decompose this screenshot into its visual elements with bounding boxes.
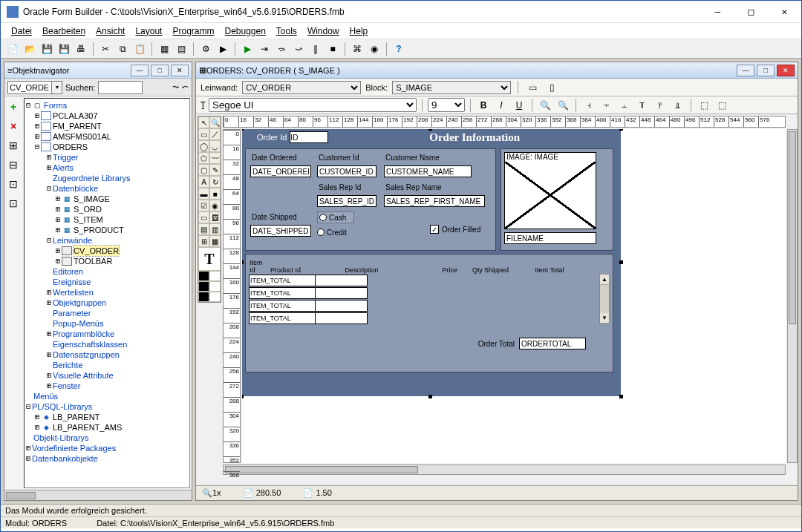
expandall-icon[interactable]: ⊡ bbox=[9, 178, 18, 190]
tree-b2[interactable]: S_ORD bbox=[74, 204, 102, 214]
editor-maximize-button[interactable]: □ bbox=[757, 65, 775, 76]
tree-cv-order[interactable]: CV_ORDER bbox=[74, 246, 119, 256]
tree-menus[interactable]: Menüs bbox=[33, 391, 58, 401]
step-out-icon[interactable]: ⤻ bbox=[291, 42, 306, 56]
font-select[interactable]: Segoe UI bbox=[209, 98, 417, 112]
print-icon[interactable]: 🖶 bbox=[74, 42, 88, 56]
frame-icon[interactable]: ▭ bbox=[525, 80, 540, 95]
copy-icon[interactable]: ⧉ bbox=[115, 42, 130, 56]
save-icon[interactable]: 💾 bbox=[39, 42, 54, 56]
design-viewport[interactable]: Order Id Order Information Date Ordered … bbox=[242, 129, 786, 463]
create-icon[interactable]: + bbox=[10, 101, 16, 113]
tree-tool-icon[interactable]: ⊞ bbox=[198, 235, 209, 247]
tree-propclasses[interactable]: Eigenschaftsklassen bbox=[53, 339, 127, 349]
align-left-icon[interactable]: ⫞ bbox=[581, 98, 596, 113]
tree-orders[interactable]: ORDERS bbox=[53, 142, 88, 152]
close-button[interactable]: ✕ bbox=[768, 1, 801, 22]
tree-lib2[interactable]: LB_PARENT_AMS bbox=[53, 422, 122, 433]
date-ordered-field[interactable] bbox=[250, 165, 311, 177]
expand-icon[interactable]: ⊞ bbox=[9, 139, 18, 151]
tree-canvases[interactable]: Leinwände bbox=[53, 235, 92, 246]
tree-forms[interactable]: Forms bbox=[44, 100, 67, 111]
tree-objgroups[interactable]: Objektgruppen bbox=[53, 298, 106, 308]
fontsize-select[interactable]: 9 bbox=[428, 98, 465, 112]
nav-close-button[interactable]: ✕ bbox=[171, 65, 189, 76]
tree-mod2[interactable]: FM_PARENT bbox=[53, 121, 102, 131]
debug-console-icon[interactable]: ⌘ bbox=[350, 42, 365, 56]
pause-icon[interactable]: ‖ bbox=[308, 42, 323, 56]
step-into-icon[interactable]: ⇥ bbox=[257, 42, 272, 56]
tree-alerts[interactable]: Alerts bbox=[53, 162, 74, 173]
text-white-swatch[interactable] bbox=[209, 292, 221, 302]
tree-mod1[interactable]: PCLALA307 bbox=[53, 111, 98, 121]
lov-tool-icon[interactable]: ▥ bbox=[209, 223, 221, 235]
tree-libs[interactable]: Zugeordnete Librarys bbox=[53, 173, 131, 183]
customer-id-field[interactable] bbox=[317, 165, 376, 177]
run-form-icon[interactable]: ▶ bbox=[215, 42, 230, 56]
line-tool-icon[interactable]: ／ bbox=[209, 128, 221, 140]
polyline-tool-icon[interactable]: 〰 bbox=[209, 152, 221, 164]
sales-rep-id-field[interactable] bbox=[317, 195, 376, 207]
menu-file[interactable]: Datei bbox=[7, 24, 36, 38]
minimize-button[interactable]: — bbox=[701, 1, 734, 22]
menu-edit[interactable]: Bearbeiten bbox=[38, 24, 90, 38]
orderid-field[interactable] bbox=[290, 131, 328, 143]
list-tool-icon[interactable]: ▤ bbox=[198, 223, 209, 235]
tree-b4[interactable]: S_PRODUCT bbox=[74, 225, 124, 235]
credit-radio[interactable]: Credit bbox=[317, 226, 354, 238]
breakpoint-icon[interactable]: ◉ bbox=[367, 42, 382, 56]
tree-dbobj[interactable]: Datenbankobjekte bbox=[32, 453, 98, 464]
collapse-icon[interactable]: ⊟ bbox=[9, 159, 18, 171]
design-surface[interactable]: Order Id Order Information Date Ordered … bbox=[242, 129, 786, 463]
underline-icon[interactable]: U bbox=[512, 98, 526, 113]
tree-recgroups[interactable]: Datensatzgruppen bbox=[53, 349, 120, 360]
freehand-tool-icon[interactable]: ✎ bbox=[209, 164, 221, 176]
search-input[interactable] bbox=[98, 81, 143, 94]
layout-wizard-icon[interactable]: ▦ bbox=[157, 42, 172, 56]
menu-view[interactable]: Ansicht bbox=[91, 24, 129, 38]
customer-name-field[interactable] bbox=[384, 165, 472, 177]
zoomout-icon[interactable]: 🔍 bbox=[538, 98, 552, 113]
canvas-select[interactable]: CV_ORDER bbox=[242, 81, 361, 94]
button-tool-icon[interactable]: ■ bbox=[209, 188, 221, 200]
paste-icon[interactable]: 📋 bbox=[132, 42, 147, 56]
date-shipped-field[interactable] bbox=[250, 225, 311, 237]
textfield-tool-icon[interactable]: ▭ bbox=[198, 211, 209, 223]
tree-toolbar[interactable]: TOOLBAR bbox=[74, 256, 112, 266]
block-wizard-icon[interactable]: ▤ bbox=[174, 42, 189, 56]
help-icon[interactable]: ? bbox=[391, 42, 406, 56]
nav-minimize-button[interactable]: — bbox=[131, 65, 149, 76]
rect-tool-icon[interactable]: ▭ bbox=[198, 128, 209, 140]
tree-editors[interactable]: Editoren bbox=[53, 266, 83, 277]
magnify-tool-icon[interactable]: 🔍 bbox=[209, 116, 221, 128]
search-next-icon[interactable]: ⤳ bbox=[172, 82, 179, 92]
cash-radio[interactable]: Cash bbox=[317, 211, 354, 223]
saveall-icon[interactable]: 💾 bbox=[56, 42, 71, 56]
italic-icon[interactable]: I bbox=[494, 98, 509, 113]
editor-hscroll[interactable] bbox=[223, 464, 786, 475]
zoomin-icon[interactable]: 🔍 bbox=[555, 98, 570, 113]
menu-debug[interactable]: Debuggen bbox=[220, 24, 270, 38]
order-total-field[interactable] bbox=[519, 338, 586, 349]
align-top-icon[interactable]: ⫪ bbox=[635, 98, 650, 113]
sales-rep-name-field[interactable] bbox=[384, 195, 485, 207]
rotate-tool-icon[interactable]: ↻ bbox=[209, 176, 221, 188]
checkbox-tool-icon[interactable]: ☑ bbox=[198, 200, 209, 211]
line-black-swatch[interactable] bbox=[198, 281, 209, 292]
arc-tool-icon[interactable]: ◡ bbox=[209, 140, 221, 152]
delete-icon[interactable]: × bbox=[10, 120, 16, 132]
frame-tool-icon[interactable]: ▬ bbox=[198, 188, 209, 200]
tree-popup[interactable]: Popup-Menüs bbox=[53, 318, 104, 329]
compile-icon[interactable]: ⚙ bbox=[198, 42, 213, 56]
new-icon[interactable]: 📄 bbox=[5, 42, 20, 56]
tree-visattr[interactable]: Visuelle Attribute bbox=[53, 370, 114, 381]
chevron-down-icon[interactable]: ▾ bbox=[52, 81, 62, 94]
roundrect-tool-icon[interactable]: ▢ bbox=[198, 164, 209, 176]
tree-predef[interactable]: Vordefinierte Packages bbox=[32, 443, 116, 453]
tree-b3[interactable]: S_ITEM bbox=[74, 214, 103, 225]
polygon-tool-icon[interactable]: ⬠ bbox=[198, 152, 209, 164]
tree-params[interactable]: Parameter bbox=[53, 308, 91, 318]
tab-tool-icon[interactable]: ▦ bbox=[209, 235, 221, 247]
tree-mod3[interactable]: AMSFMS001AL bbox=[53, 131, 111, 142]
tree-reports[interactable]: Berichte bbox=[53, 360, 82, 370]
